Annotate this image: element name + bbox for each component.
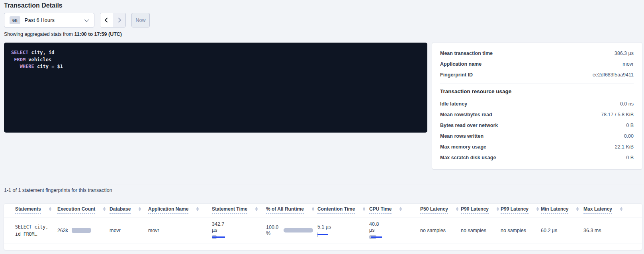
time-nav-group <box>100 13 126 27</box>
cell-statement-time: 342.7 µs <box>212 217 266 244</box>
page-title: Transaction Details <box>4 2 63 9</box>
sort-icon[interactable] <box>49 207 51 211</box>
sql-line: SELECT city, id <box>11 49 420 57</box>
cell-percent-runtime: 100.0 % <box>266 217 317 244</box>
statement-time-bar <box>212 235 236 239</box>
column-label: P99 Latency <box>501 206 529 214</box>
time-controls: 6h Past 6 Hours Now <box>4 13 150 27</box>
time-range-dropdown[interactable]: 6h Past 6 Hours <box>4 13 94 27</box>
resource-usage-heading: Transaction resource usage <box>440 88 634 94</box>
sort-icon[interactable] <box>255 207 258 211</box>
column-label: Statement Time <box>212 206 247 214</box>
cell-cpu-time: 40.8 µs <box>369 217 420 244</box>
next-interval-button[interactable] <box>113 13 125 27</box>
time-range-badge: 6h <box>10 16 20 24</box>
column-header-application-name[interactable]: Application Name <box>148 204 212 217</box>
statement-link[interactable]: SELECT city,id FROM… <box>15 223 57 238</box>
summary-label: Max memory usage <box>440 144 486 150</box>
column-header-p99-latency[interactable]: P99 Latency <box>501 204 541 217</box>
column-header-percent-runtime[interactable]: % of All Runtime <box>266 204 317 217</box>
statement-time-unit: µs <box>212 227 266 233</box>
transaction-sql-box: SELECT city, id FROM vehicles WHERE city… <box>4 43 427 133</box>
chevron-right-icon <box>116 18 121 23</box>
cpu-time-bar <box>369 235 393 239</box>
summary-label: Bytes read over network <box>440 123 498 128</box>
sort-icon[interactable] <box>196 207 199 211</box>
now-button[interactable]: Now <box>131 13 150 27</box>
runtime-unit: % <box>266 231 278 236</box>
column-header-database[interactable]: Database <box>110 204 148 217</box>
sort-icon[interactable] <box>139 207 141 211</box>
cpu-time-value: 40.8 <box>369 221 420 227</box>
cell-p99-latency: no samples <box>501 217 541 244</box>
summary-label: Mean rows written <box>440 133 483 139</box>
summary-value: movr <box>622 61 634 67</box>
summary-label: Fingerprint ID <box>440 72 473 78</box>
transaction-summary-panel: Mean transaction time 386.3 µs Applicati… <box>432 43 642 169</box>
summary-row: Mean rows written 0.00 <box>440 131 634 141</box>
cell-statement[interactable]: SELECT city,id FROM… <box>4 217 57 244</box>
summary-value: 0 B <box>626 123 634 128</box>
cell-database: movr <box>110 217 148 244</box>
column-header-max-latency[interactable]: Max Latency <box>583 204 642 217</box>
cell-application-name: movr <box>148 217 212 244</box>
column-header-p50-latency[interactable]: P50 Latency <box>420 204 461 217</box>
sort-icon[interactable] <box>312 207 314 211</box>
table-header-row: Statements Execution Count Database Appl… <box>4 204 642 217</box>
summary-label: Application name <box>440 61 482 67</box>
sort-icon[interactable] <box>456 207 458 211</box>
statement-time-value: 342.7 <box>212 221 266 227</box>
sort-icon[interactable] <box>363 207 365 211</box>
column-label: Statements <box>15 206 41 214</box>
statements-table-caption: 1-1 of 1 statement fingerprints for this… <box>4 188 112 193</box>
summary-value: 22.1 KiB <box>615 144 634 150</box>
column-label: Max Latency <box>583 206 612 214</box>
summary-row: Idle latency 0.0 ns <box>440 98 634 109</box>
column-label: Contention Time <box>317 206 355 214</box>
sort-icon[interactable] <box>399 207 402 211</box>
chevron-left-icon <box>105 18 110 23</box>
aggregated-stats-range: 11:00 to 17:59 (UTC) <box>74 31 122 37</box>
sql-line: FROM vehicles <box>11 57 420 64</box>
summary-label: Idle latency <box>440 101 467 107</box>
column-header-min-latency[interactable]: Min Latency <box>541 204 583 217</box>
summary-value: 0.0 ns <box>620 101 634 107</box>
summary-row: Application name movr <box>440 59 634 69</box>
column-label: P90 Latency <box>461 206 489 214</box>
column-label: Application Name <box>148 206 188 214</box>
column-header-cpu-time[interactable]: CPU Time <box>369 204 420 217</box>
column-header-p90-latency[interactable]: P90 Latency <box>461 204 501 217</box>
previous-interval-button[interactable] <box>100 13 113 27</box>
cell-max-latency: 36.3 ms <box>583 217 642 244</box>
summary-value: 0.00 <box>624 133 634 139</box>
column-header-statement-time[interactable]: Statement Time <box>212 204 266 217</box>
sort-icon[interactable] <box>497 207 499 211</box>
column-label: Min Latency <box>541 206 568 214</box>
execution-count-value: 263k <box>57 228 68 233</box>
summary-value: 78.17 / 5.8 KiB <box>601 112 634 117</box>
cell-min-latency: 60.2 µs <box>541 217 583 244</box>
cpu-time-unit: µs <box>369 227 420 233</box>
statements-table-card: Statements Execution Count Database Appl… <box>4 204 642 250</box>
column-header-execution-count[interactable]: Execution Count <box>57 204 110 217</box>
summary-label: Max scratch disk usage <box>440 155 496 160</box>
time-range-label: Past 6 Hours <box>25 17 86 23</box>
sort-icon[interactable] <box>620 207 622 211</box>
summary-label: Mean rows/bytes read <box>440 112 492 117</box>
summary-value: ee2df683f5aa9411 <box>593 72 634 78</box>
column-header-contention-time[interactable]: Contention Time <box>317 204 369 217</box>
cell-p50-latency: no samples <box>420 217 461 244</box>
divider <box>440 84 634 84</box>
runtime-bar <box>284 228 313 233</box>
summary-row: Max scratch disk usage 0 B <box>440 152 634 163</box>
runtime-value: 100.0 <box>266 225 278 231</box>
column-header-statements[interactable]: Statements <box>4 204 57 217</box>
summary-value: 386.3 µs <box>615 51 634 56</box>
summary-row: Fingerprint ID ee2df683f5aa9411 <box>440 69 634 80</box>
sort-icon[interactable] <box>576 207 579 211</box>
aggregated-stats-text: Showing aggregated stats from <box>4 31 74 37</box>
summary-row: Bytes read over network 0 B <box>440 120 634 131</box>
column-label: % of All Runtime <box>266 206 304 214</box>
sort-icon[interactable] <box>536 207 539 211</box>
sort-icon[interactable] <box>103 207 106 211</box>
